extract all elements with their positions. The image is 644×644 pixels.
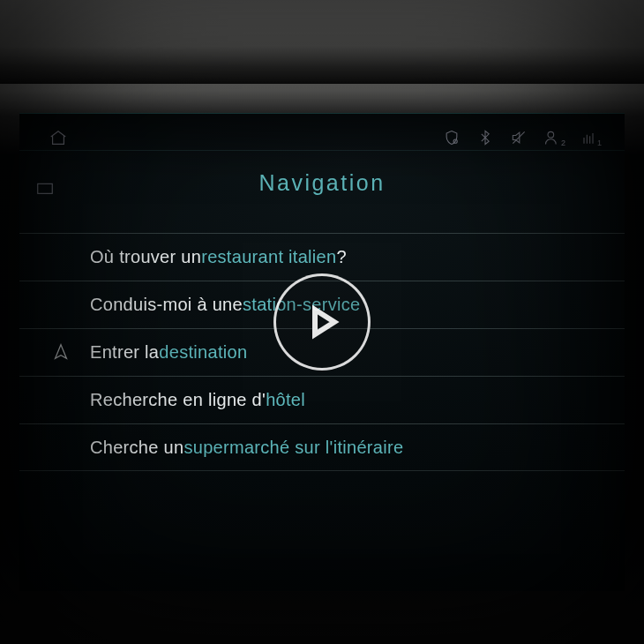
play-icon: [301, 301, 343, 343]
list-item[interactable]: Cherche un supermarché sur l'itinéraire: [19, 423, 625, 471]
row-text-prefix: Entrer la: [90, 342, 159, 363]
device-frame: 2 1 Navigation Où trouver un restaurant …: [0, 0, 644, 644]
play-button[interactable]: [273, 273, 371, 371]
page-title: Navigation: [19, 170, 625, 196]
signal-level-label: 1: [597, 139, 602, 147]
home-icon[interactable]: [48, 127, 69, 148]
svg-rect-2: [38, 183, 53, 193]
status-bar: 2 1: [19, 124, 625, 151]
row-text-prefix: Recherche en ligne d': [90, 390, 266, 410]
list-item[interactable]: Recherche en ligne d' hôtel: [19, 376, 625, 423]
row-text-highlight: supermarché sur l'itinéraire: [183, 438, 403, 458]
mute-icon[interactable]: [508, 127, 529, 148]
privacy-location-icon[interactable]: [441, 127, 462, 148]
user-profile-icon[interactable]: [542, 127, 563, 148]
signal-icon[interactable]: [578, 127, 599, 148]
bezel-top: [0, 0, 644, 84]
row-text-prefix: Où trouver un: [90, 247, 201, 267]
bluetooth-icon[interactable]: [475, 127, 496, 148]
navigate-arrow-icon: [51, 342, 72, 363]
row-text-prefix: Conduis-moi à une: [90, 295, 243, 315]
row-text-highlight: hôtel: [266, 390, 305, 410]
svg-point-1: [548, 131, 554, 138]
row-text-suffix: ?: [336, 247, 346, 267]
row-text-highlight: destination: [159, 342, 247, 363]
back-icon[interactable]: [35, 177, 56, 198]
row-text-highlight: restaurant italien: [201, 247, 336, 267]
row-text-prefix: Cherche un: [90, 438, 183, 458]
user-profile-badge: 2: [561, 139, 565, 147]
